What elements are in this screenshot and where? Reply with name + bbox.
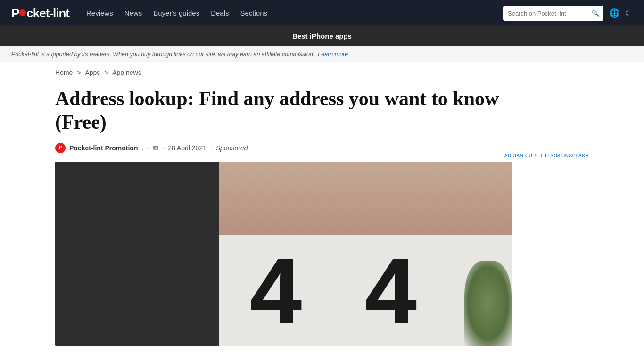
site-logo[interactable]: P cket-lint xyxy=(11,6,69,21)
photo-inner: 4 4 xyxy=(55,162,512,346)
photo-credit: ADRIAN CURIEL FROM UNSPLASH xyxy=(504,153,589,158)
byline-author[interactable]: Pocket-lint Promotion xyxy=(69,144,138,152)
nav-reviews[interactable]: Reviews xyxy=(86,9,113,17)
nav-sections[interactable]: Sections xyxy=(240,9,268,17)
nav-deals[interactable]: Deals xyxy=(211,9,229,17)
byline-sep-2: · xyxy=(162,144,164,152)
top-banner[interactable]: Best iPhone apps xyxy=(0,26,644,46)
search-bar[interactable]: 🔍 xyxy=(503,6,603,21)
globe-icon[interactable]: 🌐 xyxy=(609,8,619,18)
svg-text:4: 4 xyxy=(250,239,301,342)
article-image-wrap: ADRIAN CURIEL FROM UNSPLASH 4 4 xyxy=(55,162,589,346)
article-image: 4 4 xyxy=(55,162,512,346)
breadcrumb-apps[interactable]: Apps xyxy=(85,69,100,76)
affiliate-text: Pocket-lint is supported by its readers.… xyxy=(11,51,314,58)
byline-logo: P xyxy=(55,143,66,153)
learn-more-link[interactable]: Learn more xyxy=(318,51,348,58)
main-nav: P cket-lint Reviews News Buyer's guides … xyxy=(0,0,644,26)
byline-sponsored: Sponsored xyxy=(216,144,248,152)
nav-news[interactable]: News xyxy=(124,9,142,17)
breadcrumb-sep-2: > xyxy=(104,69,110,76)
banner-link[interactable]: Best iPhone apps xyxy=(292,32,352,40)
breadcrumb-app-news[interactable]: App news xyxy=(112,69,141,76)
byline-email-icon[interactable]: ✉ xyxy=(153,144,158,152)
house-photo: 4 4 xyxy=(55,162,512,346)
search-button[interactable]: 🔍 xyxy=(588,9,603,17)
breadcrumb: Home > Apps > App news xyxy=(55,62,589,81)
content-wrap: Home > Apps > App news Address lookup: F… xyxy=(44,62,600,346)
nav-buyers-guides[interactable]: Buyer's guides xyxy=(153,9,199,17)
byline: P Pocket-lint Promotion , · ✉ · 28 April… xyxy=(55,143,589,153)
plant-decoration xyxy=(464,261,512,346)
byline-sep-dot: · xyxy=(147,144,149,152)
byline-logo-text: P xyxy=(59,145,62,150)
nav-search-wrap: 🔍 🌐 ☾ xyxy=(503,6,633,21)
logo-text-rest: cket-lint xyxy=(26,6,69,21)
breadcrumb-home[interactable]: Home xyxy=(55,69,73,76)
search-input[interactable] xyxy=(503,10,588,17)
nav-links: Reviews News Buyer's guides Deals Sectio… xyxy=(86,9,267,17)
byline-date: 28 April 2021 xyxy=(168,144,206,152)
article-title: Address lookup: Find any address you wan… xyxy=(55,87,508,134)
byline-sep-1: , xyxy=(141,144,143,152)
affiliate-note: Pocket-lint is supported by its readers.… xyxy=(0,46,644,62)
logo-dot xyxy=(19,9,26,16)
svg-text:4: 4 xyxy=(365,239,416,342)
dark-door xyxy=(55,162,219,346)
logo-text-p: P xyxy=(11,6,19,21)
dark-mode-icon[interactable]: ☾ xyxy=(625,8,633,18)
breadcrumb-sep-1: > xyxy=(77,69,83,76)
byline-sep-3: · xyxy=(210,144,212,152)
